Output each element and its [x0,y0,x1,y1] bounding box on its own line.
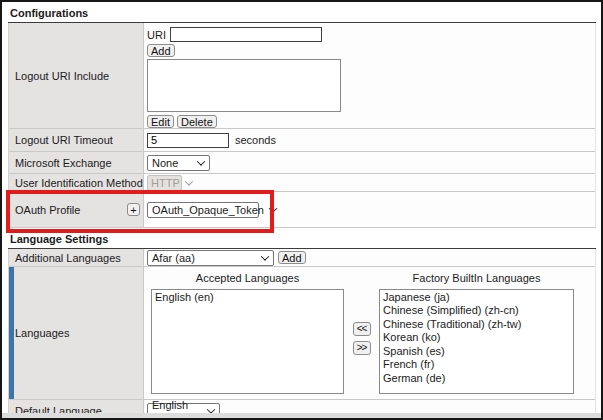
microsoft-exchange-row: Microsoft Exchange None [9,151,595,173]
logout-uri-include-content: URI Add Edit Delete [144,23,595,128]
additional-languages-add-button[interactable]: Add [278,251,306,264]
content-frame: Configurations Logout URI Include URI Ad… [8,4,596,420]
active-row-marker [9,267,14,399]
user-identification-method-selected-value: HTTP [151,177,180,189]
logout-uri-include-label-cell: Logout URI Include [9,23,144,128]
list-option[interactable]: German (de) [383,372,573,386]
languages-row: Languages Accepted Languages English (en… [9,266,595,399]
microsoft-exchange-selected-value: None [152,157,178,169]
accepted-languages-title: Accepted Languages [151,272,344,285]
logout-uri-listbox[interactable] [147,59,341,112]
user-identification-method-row: User Identification Method HTTP [9,173,595,191]
list-option[interactable]: English (en) [155,291,343,305]
oauth-profile-selected-value: OAuth_Opaque_Token [152,204,264,216]
list-option[interactable]: Chinese (Simplified) (zh-cn) [383,304,573,318]
microsoft-exchange-label: Microsoft Exchange [15,157,112,169]
user-identification-method-label: User Identification Method [15,177,143,189]
list-option[interactable]: French (fr) [383,358,573,372]
logout-uri-include-label: Logout URI Include [15,70,109,82]
factory-builtin-languages-listbox[interactable]: Japanese (ja) Chinese (Simplified) (zh-c… [379,289,574,394]
uri-delete-button[interactable]: Delete [177,115,217,128]
oauth-profile-label-cell: OAuth Profile + [9,192,144,227]
configurations-table: Logout URI Include URI Add Edit Delete [8,23,596,228]
microsoft-exchange-label-cell: Microsoft Exchange [9,152,144,173]
list-option[interactable]: Japanese (ja) [383,291,573,305]
logout-uri-timeout-label-cell: Logout URI Timeout [9,129,144,151]
oauth-profile-add-button[interactable]: + [127,203,140,216]
logout-uri-timeout-label: Logout URI Timeout [15,134,113,146]
uri-input[interactable] [170,27,322,42]
chevron-down-icon [184,177,192,185]
additional-languages-content: Afar (aa) Add [144,249,595,266]
logout-uri-timeout-content: seconds [144,129,595,151]
move-to-factory-button[interactable]: >> [353,341,371,355]
logout-uri-timeout-row: Logout URI Timeout seconds [9,128,595,151]
oauth-profile-label: OAuth Profile [15,204,80,216]
user-identification-method-content: HTTP [144,174,595,191]
additional-languages-selected-value: Afar (aa) [152,252,195,264]
user-identification-method-label-cell: User Identification Method [9,174,144,191]
move-to-accepted-button[interactable]: << [353,322,371,336]
timeout-unit-label: seconds [235,134,276,146]
bottom-scroll-strip [2,413,601,418]
additional-languages-label-cell: Additional Languages [9,249,144,266]
oauth-profile-select[interactable]: OAuth_Opaque_Token [147,202,259,218]
language-settings-section-header: Language Settings [8,230,596,249]
additional-languages-label: Additional Languages [15,252,121,264]
user-identification-method-select: HTTP [147,175,182,191]
list-option[interactable]: Korean (ko) [383,331,573,345]
languages-label: Languages [15,327,69,339]
configurations-section-header: Configurations [8,4,596,23]
microsoft-exchange-select[interactable]: None [147,155,210,171]
languages-content: Accepted Languages English (en) << >> Fa… [144,267,595,399]
logout-uri-include-row: Logout URI Include URI Add Edit Delete [9,23,595,128]
chevron-down-icon [269,204,277,212]
list-option[interactable]: Chinese (Traditional) (zh-tw) [383,318,573,332]
uri-field-label: URI [147,29,166,41]
uri-add-button[interactable]: Add [147,44,175,57]
configuration-page: Configurations Logout URI Include URI Ad… [0,0,603,420]
language-move-buttons: << >> [344,282,379,394]
chevron-down-icon [261,252,269,260]
oauth-profile-content: OAuth_Opaque_Token [144,192,595,227]
languages-label-cell: Languages [9,267,144,399]
additional-languages-row: Additional Languages Afar (aa) Add [9,249,595,266]
additional-languages-select[interactable]: Afar (aa) [147,250,274,266]
uri-edit-button[interactable]: Edit [147,115,174,128]
timeout-input[interactable] [147,133,229,148]
accepted-languages-listbox[interactable]: English (en) [151,289,344,394]
language-settings-table: Additional Languages Afar (aa) Add Langu… [8,249,596,420]
microsoft-exchange-content: None [144,152,595,173]
chevron-down-icon [197,157,205,165]
oauth-profile-row: OAuth Profile + OAuth_Opaque_Token [9,191,595,227]
list-option[interactable]: Spanish (es) [383,345,573,359]
factory-builtin-languages-title: Factory BuiltIn Languages [379,272,574,285]
